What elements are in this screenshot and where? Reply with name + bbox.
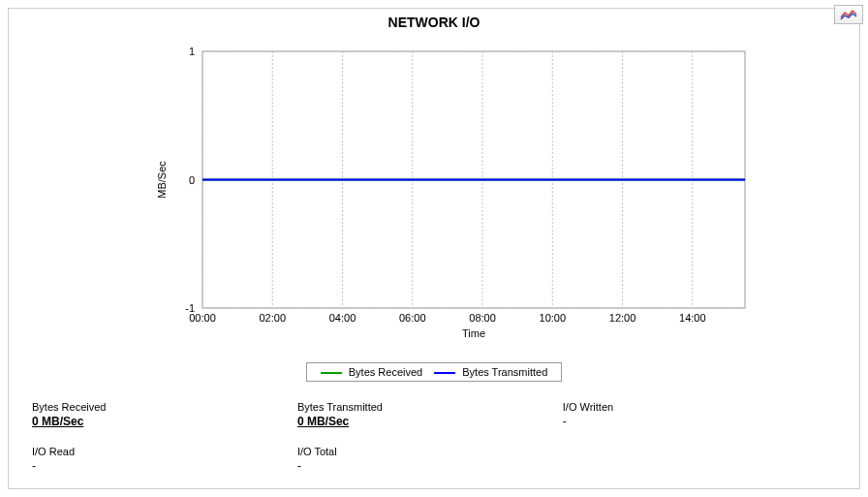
stat-value: - [297, 459, 563, 473]
legend-label: Bytes Transmitted [462, 366, 547, 378]
legend-item-received[interactable]: Bytes Received [321, 366, 423, 378]
stat-label: I/O Written [563, 401, 828, 413]
stat-label: Bytes Received [32, 401, 297, 413]
stat-value: - [563, 415, 828, 428]
svg-text:MB/Sec: MB/Sec [156, 161, 168, 199]
stat-value: - [32, 459, 297, 473]
chart-options-button[interactable] [834, 5, 863, 24]
svg-text:0: 0 [189, 174, 195, 186]
svg-text:08:00: 08:00 [469, 312, 496, 324]
svg-text:00:00: 00:00 [189, 312, 216, 324]
stat-bytes-transmitted: Bytes Transmitted 0 MB/Sec [297, 401, 563, 428]
svg-text:06:00: 06:00 [399, 312, 426, 324]
svg-text:12:00: 12:00 [609, 312, 636, 324]
stat-io-written: I/O Written - [563, 401, 828, 428]
legend-swatch-received [321, 372, 342, 374]
svg-text:10:00: 10:00 [540, 312, 567, 324]
svg-text:04:00: 04:00 [329, 312, 356, 324]
chart-legend: Bytes Received Bytes Transmitted [306, 362, 563, 382]
stat-label: I/O Total [297, 446, 563, 457]
stat-value[interactable]: 0 MB/Sec [297, 415, 563, 428]
legend-item-transmitted[interactable]: Bytes Transmitted [434, 366, 547, 378]
network-io-panel: NETWORK I/O -10100:0002:0004:0006:0008:0… [8, 8, 860, 489]
svg-text:1: 1 [189, 46, 195, 57]
legend-label: Bytes Received [349, 366, 422, 378]
chart-title: NETWORK I/O [9, 9, 859, 32]
stat-value[interactable]: 0 MB/Sec [32, 415, 297, 428]
legend-swatch-transmitted [434, 372, 455, 374]
stat-label: Bytes Transmitted [297, 401, 563, 413]
stat-label: I/O Read [32, 446, 297, 457]
stat-io-read: I/O Read - [32, 446, 297, 473]
stats-section: Bytes Received 0 MB/Sec Bytes Transmitte… [9, 382, 859, 497]
stat-bytes-received: Bytes Received 0 MB/Sec [32, 401, 297, 428]
svg-text:02:00: 02:00 [259, 312, 286, 324]
stat-io-total: I/O Total - [297, 446, 563, 473]
chart-line-icon [840, 9, 857, 20]
chart-area: -10100:0002:0004:0006:0008:0010:0012:001… [9, 32, 859, 357]
svg-text:Time: Time [462, 327, 485, 339]
chart-svg: -10100:0002:0004:0006:0008:0010:0012:001… [9, 32, 861, 357]
svg-text:14:00: 14:00 [679, 312, 706, 324]
